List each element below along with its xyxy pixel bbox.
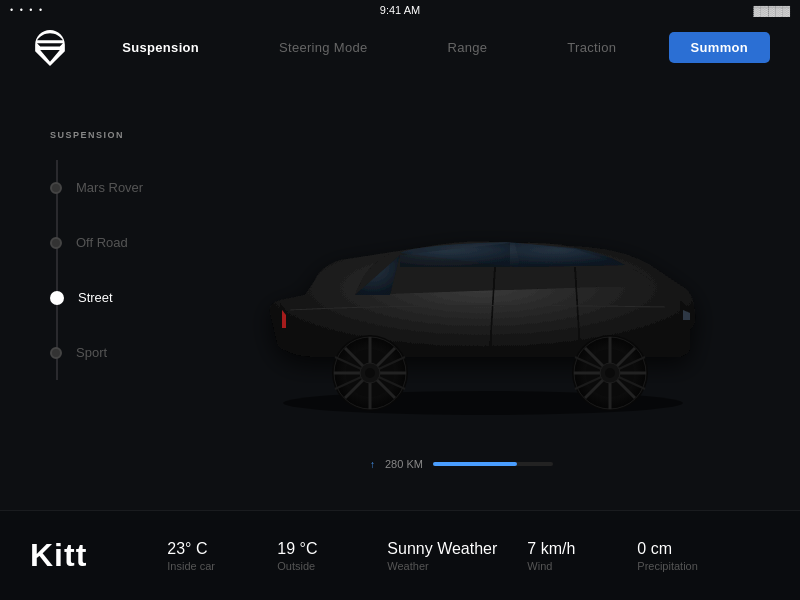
tesla-logo [30, 28, 70, 68]
outside-temp-value: 19 °C [277, 539, 357, 558]
battery-icon: ▓▓▓▓▓ [754, 5, 790, 16]
nav-steering-mode[interactable]: Steering Mode [279, 40, 367, 55]
suspension-label-sport: Sport [76, 345, 107, 360]
suspension-label-off-road: Off Road [76, 235, 128, 250]
wind-label: Wind [527, 560, 607, 572]
suspension-dot-mars-rover [50, 182, 62, 194]
inside-temp-stat: 23° C Inside car [167, 539, 247, 572]
car-illustration [225, 195, 745, 415]
weather-stat: Sunny Weather Weather [387, 539, 497, 572]
suspension-item-off-road[interactable]: Off Road [50, 215, 143, 270]
suspension-dot-street [50, 291, 64, 305]
wind-value: 7 km/h [527, 539, 607, 558]
precipitation-value: 0 cm [637, 539, 717, 558]
nav-range[interactable]: Range [448, 40, 488, 55]
suspension-item-street[interactable]: Street [50, 270, 143, 325]
main-nav: Suspension Steering Mode Range Traction [70, 40, 669, 55]
suspension-label-street: Street [78, 290, 113, 305]
weather-label: Weather [387, 560, 497, 572]
signal-dots: • • • • [10, 5, 44, 15]
suspension-slider: Mars Rover Off Road Street Sport [50, 160, 143, 380]
svg-point-13 [605, 368, 615, 378]
summon-button[interactable]: Summon [669, 32, 770, 63]
suspension-item-mars-rover[interactable]: Mars Rover [50, 160, 143, 215]
header: Suspension Steering Mode Range Traction … [0, 20, 800, 75]
suspension-panel: SUSPENSION Mars Rover Off Road Street Sp… [50, 130, 143, 380]
precipitation-stat: 0 cm Precipitation [637, 539, 717, 572]
wind-stat: 7 km/h Wind [527, 539, 607, 572]
range-arrow-icon: ↑ [370, 459, 375, 470]
nav-suspension[interactable]: Suspension [122, 40, 199, 55]
rear-wheel [332, 335, 408, 411]
nav-traction[interactable]: Traction [567, 40, 616, 55]
range-value: 280 KM [385, 458, 423, 470]
range-indicator: ↑ 280 KM [370, 458, 553, 470]
car-area [200, 130, 770, 480]
svg-point-24 [365, 368, 375, 378]
range-bar [433, 462, 517, 466]
front-wheel [572, 335, 648, 411]
outside-temp-stat: 19 °C Outside [277, 539, 357, 572]
precipitation-label: Precipitation [637, 560, 717, 572]
inside-temp-label: Inside car [167, 560, 247, 572]
suspension-title: SUSPENSION [50, 130, 143, 140]
clock: 9:41 AM [380, 4, 420, 16]
outside-temp-label: Outside [277, 560, 357, 572]
suspension-dot-sport [50, 347, 62, 359]
status-bar: • • • • 9:41 AM ▓▓▓▓▓ [0, 0, 800, 20]
inside-temp-value: 23° C [167, 539, 247, 558]
bottom-bar: Kitt 23° C Inside car 19 °C Outside Sunn… [0, 510, 800, 600]
suspension-label-mars-rover: Mars Rover [76, 180, 143, 195]
weather-value: Sunny Weather [387, 539, 497, 558]
app-name: Kitt [30, 537, 87, 574]
range-bar-container [433, 462, 553, 466]
suspension-dot-off-road [50, 237, 62, 249]
suspension-item-sport[interactable]: Sport [50, 325, 143, 380]
